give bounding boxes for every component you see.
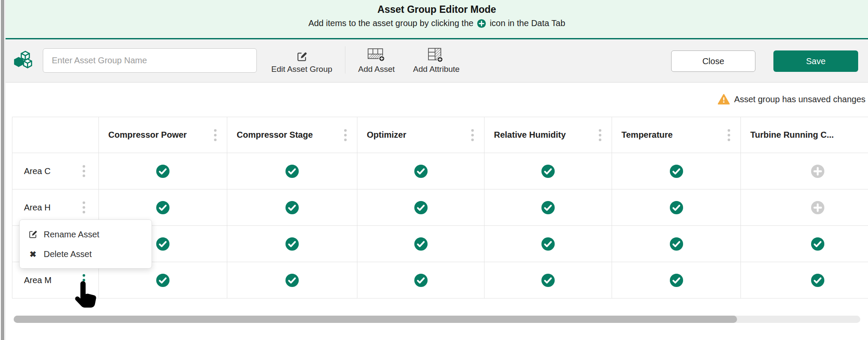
column-kebab-menu-icon[interactable] xyxy=(214,129,217,141)
toolbar-divider xyxy=(345,46,345,74)
column-header-label: Compressor Power xyxy=(108,130,187,140)
table-row: Area C xyxy=(12,153,868,189)
check-circle-icon xyxy=(285,165,299,178)
add-asset-label: Add Asset xyxy=(358,65,395,74)
row-label: Area H xyxy=(24,203,51,213)
asset-group-name-input[interactable] xyxy=(43,48,257,73)
attribute-cell[interactable] xyxy=(484,262,612,298)
table-header-row: Compressor Power Compressor Stage Optimi… xyxy=(12,117,868,153)
asset-group-cubes-icon xyxy=(13,50,34,72)
attribute-cell[interactable] xyxy=(357,262,484,298)
attribute-cell[interactable] xyxy=(740,153,868,189)
check-circle-icon xyxy=(156,165,169,178)
check-circle-icon xyxy=(811,274,824,287)
asset-context-menu: Rename Asset ✖ Delete Asset xyxy=(19,219,152,269)
column-header-label: Optimizer xyxy=(367,130,406,140)
menu-item-rename-asset[interactable]: Rename Asset xyxy=(20,225,152,244)
check-circle-icon xyxy=(285,201,299,214)
row-header: Area C xyxy=(12,153,98,189)
check-circle-icon xyxy=(414,201,428,214)
add-attribute-button[interactable]: Add Attribute xyxy=(405,50,467,74)
attribute-cell[interactable] xyxy=(357,189,484,225)
column-header: Compressor Power xyxy=(98,117,227,153)
horizontal-scrollbar-thumb[interactable] xyxy=(14,316,737,323)
menu-item-delete-asset[interactable]: ✖ Delete Asset xyxy=(20,244,152,264)
save-button[interactable]: Save xyxy=(773,50,858,72)
check-circle-icon xyxy=(285,274,299,287)
edit-asset-group-button[interactable]: Edit Asset Group xyxy=(263,50,340,74)
attribute-cell[interactable] xyxy=(357,153,484,189)
check-circle-icon xyxy=(541,274,555,287)
attribute-cell[interactable] xyxy=(227,153,357,189)
attribute-cell[interactable] xyxy=(484,189,612,225)
attribute-cell[interactable] xyxy=(612,262,740,298)
warning-triangle-icon xyxy=(718,94,730,105)
column-kebab-menu-icon[interactable] xyxy=(728,129,730,141)
edit-pencil-square-icon xyxy=(296,50,308,62)
check-circle-icon xyxy=(285,237,299,251)
column-header-label: Relative Humidity xyxy=(494,130,566,140)
page-title: Asset Group Editor Mode xyxy=(378,4,496,15)
check-circle-icon xyxy=(670,274,683,287)
column-kebab-menu-icon[interactable] xyxy=(471,129,474,141)
edit-asset-group-label: Edit Asset Group xyxy=(271,65,333,74)
plus-circle-icon xyxy=(477,19,486,28)
unsaved-changes-alert: Asset group has unsaved changes xyxy=(718,94,865,105)
attribute-cell[interactable] xyxy=(98,153,227,189)
row-kebab-menu-icon[interactable] xyxy=(83,165,85,177)
check-circle-icon xyxy=(670,237,683,251)
check-circle-icon xyxy=(811,237,824,251)
attribute-cell[interactable] xyxy=(357,226,484,262)
row-label: Area C xyxy=(24,166,51,176)
attribute-cell[interactable] xyxy=(227,189,357,225)
add-asset-button[interactable]: Add Asset xyxy=(352,50,401,74)
attribute-cell[interactable] xyxy=(740,189,868,225)
menu-item-label: Delete Asset xyxy=(44,249,92,259)
check-circle-icon xyxy=(670,201,683,214)
subtitle-prefix: Add items to the asset group by clicking… xyxy=(308,18,473,28)
attribute-cell[interactable] xyxy=(484,226,612,262)
attribute-cell[interactable] xyxy=(484,153,612,189)
hand-pointer-cursor xyxy=(71,280,98,310)
attribute-cell[interactable] xyxy=(740,262,868,298)
menu-item-label: Rename Asset xyxy=(44,230,99,239)
column-header: Turbine Running C... xyxy=(740,117,868,153)
row-label: Area M xyxy=(24,275,51,285)
left-vertical-scrollbar[interactable] xyxy=(1,0,4,340)
rename-pencil-icon xyxy=(28,230,38,239)
editor-mode-banner: Asset Group Editor Mode Add items to the… xyxy=(6,0,868,39)
column-header-label: Turbine Running C... xyxy=(750,130,834,140)
add-column-table-icon xyxy=(428,50,445,62)
close-button[interactable]: Close xyxy=(671,50,755,72)
attribute-cell[interactable] xyxy=(227,226,357,262)
column-header: Compressor Stage xyxy=(227,117,357,153)
row-header-spacer xyxy=(12,117,98,153)
attribute-cell[interactable] xyxy=(612,189,740,225)
attribute-cell[interactable] xyxy=(612,226,740,262)
check-circle-icon xyxy=(414,237,428,251)
subtitle-suffix: icon in the Data Tab xyxy=(490,18,565,28)
plus-circle-gray-icon xyxy=(811,201,824,214)
check-circle-icon xyxy=(541,201,555,214)
column-kebab-menu-icon[interactable] xyxy=(344,129,347,141)
attribute-cell[interactable] xyxy=(740,226,868,262)
banner-subtitle: Add items to the asset group by clicking… xyxy=(308,18,565,28)
column-header-label: Compressor Stage xyxy=(237,130,313,140)
asset-group-table: Compressor Power Compressor Stage Optimi… xyxy=(12,117,868,299)
attribute-cell[interactable] xyxy=(612,153,740,189)
column-header-label: Temperature xyxy=(621,130,673,140)
plus-circle-gray-icon xyxy=(811,165,824,178)
attribute-cell[interactable] xyxy=(227,262,357,298)
check-circle-icon xyxy=(156,201,169,214)
delete-x-icon: ✖ xyxy=(28,249,38,259)
check-circle-icon xyxy=(541,237,555,251)
check-circle-icon xyxy=(414,274,428,287)
check-circle-icon xyxy=(156,237,169,251)
add-attribute-label: Add Attribute xyxy=(413,65,460,74)
column-header: Relative Humidity xyxy=(484,117,612,153)
check-circle-icon xyxy=(670,165,683,178)
check-circle-icon xyxy=(414,165,428,178)
row-kebab-menu-icon[interactable] xyxy=(83,201,85,213)
column-kebab-menu-icon[interactable] xyxy=(599,129,601,141)
check-circle-icon xyxy=(156,274,169,287)
